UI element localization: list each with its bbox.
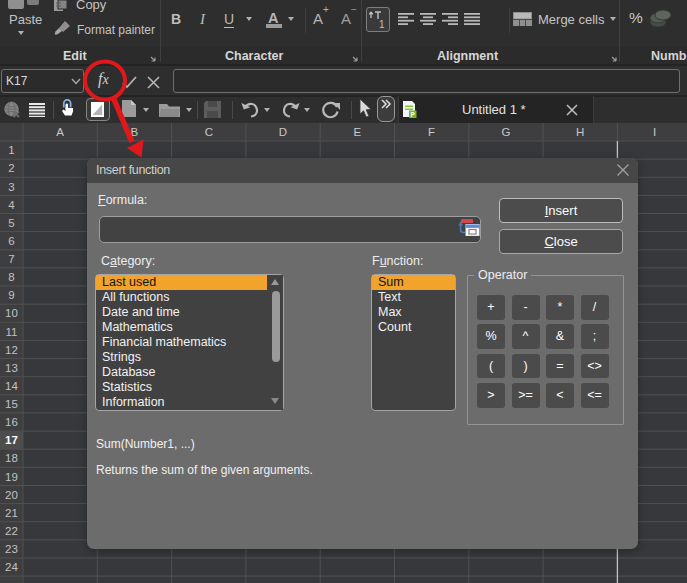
svg-text:11: 11 [6,326,18,338]
svg-text:P: P [411,111,416,118]
svg-text:22: 22 [5,525,18,537]
svg-text:1: 1 [379,19,385,29]
svg-text:E: E [353,126,361,138]
svg-text:A: A [56,126,64,138]
svg-text:9: 9 [8,289,14,301]
svg-text:12: 12 [5,344,18,356]
svg-text:G: G [501,126,510,138]
svg-text:20: 20 [5,489,18,501]
svg-text:10: 10 [5,307,18,319]
svg-text:4: 4 [8,199,15,211]
svg-text:24: 24 [5,561,18,573]
svg-text:C: C [205,126,213,138]
svg-text:5: 5 [8,217,14,229]
svg-text:18: 18 [5,452,18,464]
svg-text:15: 15 [5,398,18,410]
svg-text:16: 16 [5,416,18,428]
svg-text:1: 1 [8,144,14,156]
svg-text:7: 7 [8,253,14,265]
svg-text:19: 19 [5,471,18,483]
svg-text:D: D [279,126,287,138]
svg-text:I: I [653,126,656,138]
svg-text:6: 6 [8,235,14,247]
svg-text:13: 13 [5,362,18,374]
svg-text:21: 21 [5,507,18,519]
svg-text:3: 3 [8,181,14,193]
svg-text:F: F [428,126,435,138]
svg-text:B: B [131,126,139,138]
svg-text:17: 17 [5,434,18,446]
svg-text:23: 23 [5,543,18,555]
svg-text:H: H [576,126,584,138]
svg-text:2: 2 [8,162,14,174]
svg-text:14: 14 [5,380,18,392]
svg-text:8: 8 [8,271,14,283]
